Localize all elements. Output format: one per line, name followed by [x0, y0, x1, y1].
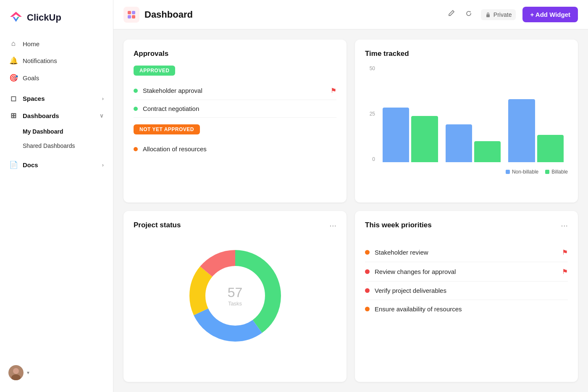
spaces-icon: ◻ [9, 94, 18, 103]
sidebar-item-goals[interactable]: 🎯 Goals [3, 69, 110, 87]
svg-rect-9 [486, 14, 490, 17]
bar-blue-3 [508, 99, 535, 162]
project-status-card: Project status ··· 5 [123, 211, 346, 382]
legend-dot-green [545, 170, 549, 174]
priorities-menu-button[interactable]: ··· [561, 221, 568, 229]
flag-icon: ⚑ [562, 248, 568, 256]
sidebar-item-label: Dashboards [23, 112, 59, 119]
legend-dot-blue [506, 170, 510, 174]
dot-orange-icon [134, 147, 138, 151]
sidebar-item-shared-dashboards[interactable]: Shared Dashboards [3, 139, 110, 153]
priority-label: Ensure availability of resources [375, 305, 462, 313]
bar-group-2 [446, 124, 501, 162]
dashboard-icon [123, 7, 139, 23]
priority-label: Review changes for approval [375, 268, 456, 275]
priorities-header: This week priorities ··· [365, 221, 568, 229]
project-status-menu-button[interactable]: ··· [329, 221, 336, 229]
sidebar-item-docs[interactable]: 📄 Docs › [3, 156, 110, 174]
sidebar-item-home[interactable]: ⌂ Home [3, 35, 110, 52]
legend-label: Non-billable [512, 169, 538, 175]
sidebar-item-label: Notifications [23, 57, 57, 64]
task-label: Tasks [228, 300, 243, 307]
legend-label: Billable [551, 169, 568, 175]
sidebar-item-dashboards[interactable]: ⊞ Dashboards ∨ [3, 107, 110, 124]
time-tracked-title: Time tracked [365, 50, 568, 58]
bar-blue-1 [383, 108, 409, 162]
pencil-icon [447, 10, 455, 17]
bar-green-3 [537, 135, 564, 162]
time-chart: 50 25 0 [365, 66, 568, 175]
svg-point-3 [13, 368, 19, 374]
logo-area: ClickUp [0, 7, 113, 35]
lock-icon [485, 12, 491, 18]
sidebar-user-area: ▾ [0, 360, 113, 385]
approval-label: Contract negotiation [143, 105, 199, 112]
donut-center: 57 Tasks [228, 285, 243, 307]
priority-item-2: Verify project deliverables [365, 282, 568, 300]
task-count: 57 [228, 285, 243, 300]
sidebar-sub-label: Shared Dashboards [23, 142, 75, 149]
private-label: Private [494, 11, 512, 18]
sidebar-sub-label: My Dashboard [23, 128, 63, 135]
priority-dot-red [365, 269, 370, 274]
sidebar-item-label: Home [23, 40, 39, 47]
avatar-image [8, 365, 24, 380]
bar-blue-2 [446, 124, 472, 162]
dashboards-icon: ⊞ [9, 111, 18, 120]
priority-item-0: Stakeholder review ⚑ [365, 243, 568, 262]
svg-rect-8 [132, 15, 135, 18]
goals-icon: 🎯 [9, 74, 18, 82]
approval-label: Allocation of resources [143, 145, 207, 153]
bell-icon: 🔔 [9, 56, 18, 65]
refresh-icon [465, 10, 472, 17]
sidebar: ClickUp ⌂ Home 🔔 Notifications 🎯 Goals ◻… [0, 0, 113, 392]
chart-bars [378, 66, 568, 162]
chart-legend: Non-billable Billable [506, 169, 568, 175]
approval-label: Stakeholder approval [143, 87, 202, 94]
approved-badge: APPROVED [134, 66, 175, 76]
y-label-25: 25 [365, 111, 375, 117]
legend-non-billable: Non-billable [506, 169, 538, 175]
add-widget-button[interactable]: + Add Widget [522, 7, 578, 22]
priorities-title: This week priorities [365, 221, 432, 229]
priority-dot-orange [365, 250, 370, 255]
bar-group-1 [383, 108, 438, 162]
bar-group-3 [508, 99, 564, 162]
refresh-button[interactable] [463, 8, 474, 21]
project-status-title: Project status [134, 221, 181, 229]
topbar-actions: Private + Add Widget [446, 7, 578, 22]
sidebar-item-label: Goals [23, 74, 39, 82]
private-badge: Private [481, 9, 516, 20]
svg-marker-0 [10, 12, 22, 17]
clickup-logo-icon [8, 10, 24, 25]
dashboard-grid: Approvals APPROVED Stakeholder approval … [113, 29, 588, 392]
not-approved-badge: NOT YET APPROVED [134, 124, 200, 134]
y-label-50: 50 [365, 66, 375, 71]
donut-chart: 57 Tasks [134, 237, 336, 355]
sidebar-item-notifications[interactable]: 🔔 Notifications [3, 52, 110, 69]
svg-rect-5 [128, 11, 131, 14]
approval-item-stakeholder: Stakeholder approval ⚑ [134, 82, 336, 100]
user-chevron-icon[interactable]: ▾ [27, 370, 29, 376]
approval-item-allocation: Allocation of resources [134, 140, 336, 158]
edit-button[interactable] [446, 8, 457, 21]
sidebar-item-spaces[interactable]: ◻ Spaces › [3, 90, 110, 107]
legend-billable: Billable [545, 169, 568, 175]
priority-label: Verify project deliverables [375, 287, 446, 294]
dot-green-icon [134, 89, 138, 93]
chart-y-axis: 50 25 0 [365, 66, 375, 162]
main-content: Dashboard Private + Add Widget [113, 0, 588, 392]
priority-dot-orange [365, 307, 370, 311]
avatar[interactable] [8, 365, 24, 380]
sidebar-navigation: ⌂ Home 🔔 Notifications 🎯 Goals ◻ Spaces … [0, 35, 113, 360]
sidebar-item-label: Spaces [23, 95, 45, 102]
flag-icon: ⚑ [562, 268, 568, 276]
topbar: Dashboard Private + Add Widget [113, 0, 588, 29]
chevron-right-icon: › [102, 95, 104, 102]
dot-green-icon [134, 107, 138, 111]
sidebar-item-my-dashboard[interactable]: My Dashboard [3, 124, 110, 139]
project-status-header: Project status ··· [134, 221, 336, 229]
bar-green-1 [411, 116, 438, 162]
logo-text: ClickUp [27, 12, 61, 23]
time-tracked-card: Time tracked 50 25 0 [355, 39, 578, 203]
